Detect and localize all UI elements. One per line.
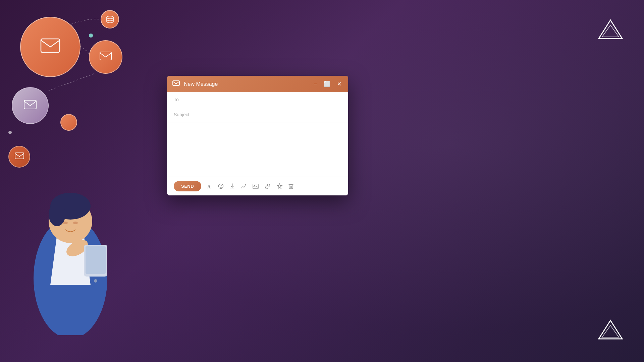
minimize-button[interactable]: −: [313, 81, 318, 87]
subject-input[interactable]: [174, 112, 341, 117]
white-dot: [8, 131, 12, 134]
svg-marker-27: [277, 184, 282, 189]
compose-mail-icon: [172, 80, 180, 87]
mail-icon-small: [24, 100, 37, 111]
email-circle-large: [20, 17, 80, 77]
titlebar-actions: − ⬜ ✕: [313, 81, 343, 87]
svg-rect-3: [24, 100, 36, 109]
to-field-row: [167, 92, 348, 107]
signature-icon-button[interactable]: [240, 183, 247, 190]
mail-icon-medium: [100, 52, 112, 62]
svg-point-22: [219, 184, 223, 189]
illustration-area: .dash { stroke: rgba(255,255,255,0.35); …: [0, 0, 161, 362]
svg-text:A: A: [207, 184, 211, 189]
compose-titlebar: New Message − ⬜ ✕: [167, 76, 348, 92]
svg-point-15: [94, 279, 97, 283]
compose-title: New Message: [184, 81, 309, 87]
svg-rect-2: [100, 52, 111, 60]
trash-icon-button[interactable]: [288, 183, 294, 190]
svg-point-10: [63, 222, 68, 224]
brand-logo-bottom: [597, 319, 624, 344]
svg-marker-16: [599, 20, 622, 39]
svg-point-23: [220, 185, 220, 186]
subject-field-row: [167, 107, 348, 122]
send-button[interactable]: SEND: [174, 181, 201, 191]
svg-point-0: [107, 16, 113, 19]
svg-rect-1: [41, 39, 60, 52]
db-circle: [101, 10, 119, 28]
attach-icon-button[interactable]: [229, 183, 235, 190]
compose-body: SEND A: [167, 92, 348, 195]
emoji-icon-button[interactable]: [217, 183, 224, 190]
svg-marker-18: [599, 320, 622, 339]
svg-rect-14: [86, 246, 106, 274]
svg-marker-17: [602, 25, 619, 37]
to-input[interactable]: [174, 97, 341, 102]
compose-window: New Message − ⬜ ✕ SEND A: [167, 76, 348, 195]
mail-icon-large: [40, 38, 60, 56]
star-icon-button[interactable]: [276, 183, 283, 190]
person-illustration: [17, 117, 124, 335]
teal-dot: [89, 34, 93, 38]
font-icon-button[interactable]: A: [206, 183, 213, 190]
image-icon-button[interactable]: [252, 183, 259, 190]
link-icon-button[interactable]: [264, 183, 271, 190]
svg-point-9: [49, 203, 65, 226]
compose-toolbar: SEND A: [167, 177, 348, 195]
brand-logo-top: [597, 18, 624, 43]
svg-marker-19: [602, 325, 619, 337]
message-textarea[interactable]: [174, 127, 341, 171]
svg-point-24: [221, 185, 222, 186]
svg-point-11: [73, 222, 78, 224]
close-button[interactable]: ✕: [336, 81, 343, 87]
svg-rect-20: [173, 81, 179, 85]
maximize-button[interactable]: ⬜: [322, 81, 332, 87]
email-circle-medium: [89, 40, 122, 74]
message-area: [167, 122, 348, 177]
svg-point-26: [254, 185, 255, 186]
